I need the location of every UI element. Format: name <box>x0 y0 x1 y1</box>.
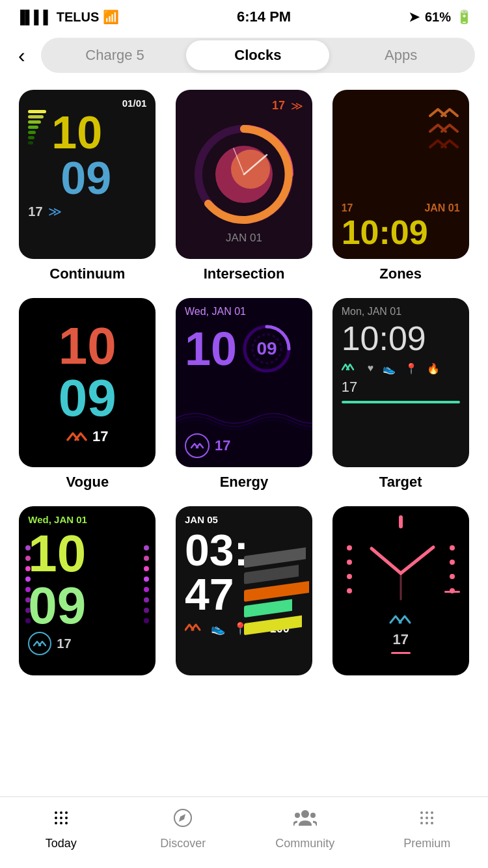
stripe-chevron-icon <box>185 622 203 635</box>
energy-min: 09 <box>257 338 277 359</box>
svg-line-8 <box>372 549 401 573</box>
analog-hands-area <box>359 541 443 608</box>
zones-bottom: 17 JAN 01 10:09 <box>342 202 460 251</box>
svg-point-16 <box>55 822 57 824</box>
target-pin-icon: 📍 <box>405 362 418 375</box>
zones-chevron1 <box>427 107 460 118</box>
party-bottom: 17 <box>28 632 146 655</box>
nav-label-today: Today <box>46 837 77 850</box>
target-shoe-icon: 👟 <box>383 362 396 375</box>
svg-point-15 <box>65 817 68 819</box>
target-heart-icon: ♥ <box>368 362 374 375</box>
vogue-chevron-icon <box>66 431 87 442</box>
target-steps: 17 <box>342 379 460 396</box>
party-steps: 17 <box>57 636 71 651</box>
today-icon-svg <box>51 807 72 828</box>
status-time: 6:14 PM <box>237 8 291 25</box>
clock-item-vogue[interactable]: 10 09 17 Vogue <box>16 298 159 491</box>
party-dots-left <box>25 545 31 623</box>
party-chevron-circle <box>28 632 51 655</box>
tab-clocks[interactable]: Clocks <box>186 40 329 70</box>
nav-item-today[interactable]: Today <box>0 807 122 850</box>
status-right: ➤ 61% 🔋 <box>409 9 472 25</box>
community-icon-svg <box>293 807 317 828</box>
wifi-icon: 📶 <box>103 9 119 25</box>
stripe-bars-overlay <box>244 526 312 636</box>
intersection-svg <box>192 122 296 226</box>
analog-dots-right <box>450 545 455 593</box>
clock-item-party[interactable]: Wed, JAN 01 10 09 <box>16 506 159 682</box>
clock-face-zones: 17 JAN 01 10:09 <box>332 90 469 259</box>
clock-face-continuum: 01/01 10 09 17 ≫ <box>19 90 156 259</box>
svg-point-12 <box>65 811 68 814</box>
tab-charge5[interactable]: Charge 5 <box>44 40 187 70</box>
clock-face-target: Mon, JAN 01 10:09 ♥ 👟 📍 🔥 17 <box>332 298 469 467</box>
analog-bottom-dash <box>391 652 411 654</box>
intersection-steps: 17 <box>272 99 285 113</box>
clock-label-intersection: Intersection <box>204 265 285 282</box>
continuum-hour: 10 <box>51 110 102 156</box>
vogue-min: 09 <box>59 372 116 424</box>
signal-icon: ▐▌▌▌ <box>16 10 53 25</box>
svg-marker-20 <box>179 814 185 822</box>
target-icons: ♥ 👟 📍 🔥 <box>342 362 460 375</box>
clock-item-analog[interactable]: 17 <box>329 506 472 682</box>
svg-point-30 <box>420 822 423 824</box>
continuum-bars <box>28 110 46 144</box>
stripe-hour: 03: <box>185 528 249 572</box>
nav-label-discover: Discover <box>160 837 206 850</box>
svg-point-26 <box>431 811 433 814</box>
clock-item-stripe[interactable]: JAN 05 03: 47 👟 📍 ♥ 100 <box>172 506 316 682</box>
community-icon <box>293 807 317 833</box>
energy-chevron-circle <box>185 433 210 458</box>
svg-point-25 <box>426 811 428 814</box>
status-bar: ▐▌▌▌ TELUS 📶 6:14 PM ➤ 61% 🔋 <box>0 0 488 31</box>
clock-item-zones[interactable]: 17 JAN 01 10:09 Zones <box>329 90 472 282</box>
svg-point-21 <box>301 810 309 818</box>
energy-date: Wed, JAN 01 <box>185 306 303 318</box>
premium-icon-svg <box>416 807 437 828</box>
nav-label-community: Community <box>275 837 334 850</box>
vogue-steps: 17 <box>92 428 108 445</box>
status-left: ▐▌▌▌ TELUS 📶 <box>16 9 119 25</box>
party-hour: 10 <box>28 528 146 580</box>
clock-item-target[interactable]: Mon, JAN 01 10:09 ♥ 👟 📍 🔥 17 Target <box>329 298 472 491</box>
zones-date-row: 17 JAN 01 <box>342 202 460 214</box>
svg-point-28 <box>426 817 428 819</box>
battery-label: 61% <box>425 10 451 25</box>
discover-icon-svg <box>172 807 193 828</box>
zones-steps: 17 <box>342 202 353 214</box>
target-flame-icon: 🔥 <box>427 362 440 375</box>
clock-item-continuum[interactable]: 01/01 10 09 17 ≫ Conti <box>16 90 159 282</box>
clock-label-target: Target <box>379 474 422 491</box>
intersection-chevron-icon: ≫ <box>291 99 303 113</box>
svg-point-32 <box>431 822 433 824</box>
back-button[interactable]: ‹ <box>13 45 31 66</box>
energy-bottom: 17 <box>185 433 230 458</box>
energy-chevron-icon <box>191 442 204 450</box>
target-chevron-icon <box>342 362 359 375</box>
svg-point-10 <box>55 811 57 814</box>
clock-face-party: Wed, JAN 01 10 09 <box>19 506 156 675</box>
energy-steps: 17 <box>215 437 230 454</box>
clock-item-energy[interactable]: Wed, JAN 01 10 09 <box>172 298 316 491</box>
svg-point-29 <box>431 817 433 819</box>
premium-icon <box>416 807 437 833</box>
energy-hour: 10 <box>185 325 237 372</box>
nav-item-discover[interactable]: Discover <box>122 807 245 850</box>
energy-main: 10 09 <box>185 323 303 375</box>
nav-item-premium[interactable]: Premium <box>366 807 489 850</box>
target-chevron-svg <box>342 362 359 372</box>
stripe-date: JAN 05 <box>185 514 303 525</box>
zones-time: 10:09 <box>342 214 460 251</box>
discover-icon <box>172 807 193 833</box>
clock-face-analog: 17 <box>332 506 469 675</box>
continuum-steps: 17 <box>28 204 42 219</box>
zones-chevrons <box>342 98 460 150</box>
target-bar <box>342 401 460 403</box>
continuum-min: 09 <box>61 156 111 201</box>
target-time: 10:09 <box>342 320 460 357</box>
clock-item-intersection[interactable]: 17 ≫ JAN 01 Intersection <box>172 90 316 282</box>
nav-item-community[interactable]: Community <box>244 807 366 850</box>
tab-apps[interactable]: Apps <box>329 40 472 70</box>
